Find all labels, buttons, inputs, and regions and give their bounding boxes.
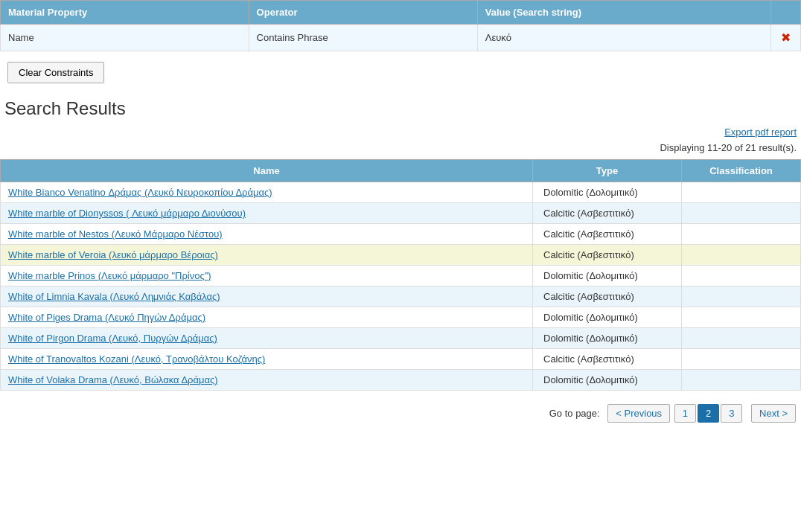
result-name-link[interactable]: White marble of Nestos (Λευκό Μάρμαρο Νέ…	[8, 228, 223, 240]
search-results-heading: Search Results	[4, 98, 797, 119]
page-button-2: 2	[698, 404, 719, 423]
result-type-cell: Dolomitic (Δολομιτικό)	[533, 266, 682, 286]
result-classification-cell	[682, 203, 801, 224]
table-row: White of Piges Drama (Λευκό Πηγών Δράμας…	[1, 307, 801, 328]
table-row: White marble of Dionyssos ( Λευκό μάρμαρ…	[1, 203, 801, 224]
result-classification-cell	[682, 307, 801, 328]
result-name-link[interactable]: White Bianco Venatino Δράμας (Λευκό Νευρ…	[8, 187, 272, 198]
constraints-header-operator: Operator	[249, 1, 477, 25]
next-button[interactable]: Next >	[751, 404, 796, 423]
result-classification-cell	[682, 224, 801, 245]
result-classification-cell	[682, 245, 801, 266]
table-row: White Bianco Venatino Δράμας (Λευκό Νευρ…	[1, 182, 801, 203]
pagination-row: Go to page: < Previous 123 Next >	[0, 400, 801, 430]
constraints-header-action	[771, 1, 801, 25]
result-type-cell: Dolomitic (Δολομιτικό)	[533, 307, 682, 328]
result-classification-cell	[682, 328, 801, 349]
result-name-cell: White marble of Veroia (λευκό μάρμαρο Βέ…	[1, 245, 533, 266]
result-name-cell: White marble of Dionyssos ( Λευκό μάρμαρ…	[1, 203, 533, 224]
result-name-cell: White of Tranovaltos Kozani (Λευκό, Τραν…	[1, 349, 533, 370]
export-row: Export pdf report	[0, 126, 801, 141]
table-row: White marble Prinos (Λευκό μάρμαρο "Πρίν…	[1, 266, 801, 286]
table-row: White of Pirgon Drama (Λευκό, Πυργών Δρά…	[1, 328, 801, 349]
result-classification-cell	[682, 370, 801, 391]
constraint-property-cell: Name	[1, 25, 249, 51]
constraint-delete-cell[interactable]: ✖	[771, 25, 801, 51]
result-name-link[interactable]: White of Limnia Kavala (Λευκό Λημνιάς Κα…	[8, 291, 220, 302]
result-classification-cell	[682, 266, 801, 286]
result-type-cell: Dolomitic (Δολομιτικό)	[533, 370, 682, 391]
table-row: White of Volaka Drama (Λευκό, Βώλακα Δρά…	[1, 370, 801, 391]
result-name-cell: White of Volaka Drama (Λευκό, Βώλακα Δρά…	[1, 370, 533, 391]
result-type-cell: Calcitic (Ασβεστιτικό)	[533, 286, 682, 307]
clear-constraints-button[interactable]: Clear Constraints	[7, 62, 104, 83]
page-button-3[interactable]: 3	[721, 404, 742, 423]
result-name-cell: White marble Prinos (Λευκό μάρμαρο "Πρίν…	[1, 266, 533, 286]
result-name-link[interactable]: White of Tranovaltos Kozani (Λευκό, Τραν…	[8, 353, 265, 365]
result-name-link[interactable]: White of Volaka Drama (Λευκό, Βώλακα Δρά…	[8, 374, 218, 385]
page-button-1[interactable]: 1	[674, 404, 696, 423]
result-type-cell: Calcitic (Ασβεστιτικό)	[533, 245, 682, 266]
result-classification-cell	[682, 182, 801, 203]
result-type-cell: Calcitic (Ασβεστιτικό)	[533, 224, 682, 245]
result-type-cell: Calcitic (Ασβεστιτικό)	[533, 203, 682, 224]
result-name-cell: White of Limnia Kavala (Λευκό Λημνιάς Κα…	[1, 286, 533, 307]
constraint-value-cell: Λευκό	[477, 25, 770, 51]
result-classification-cell	[682, 286, 801, 307]
delete-constraint-icon[interactable]: ✖	[781, 31, 791, 44]
constraint-operator-cell: Contains Phrase	[249, 25, 477, 51]
results-table: Name Type Classification White Bianco Ve…	[0, 159, 801, 391]
result-type-cell: Dolomitic (Δολομιτικό)	[533, 182, 682, 203]
result-name-link[interactable]: White marble Prinos (Λευκό μάρμαρο "Πρίν…	[8, 270, 211, 281]
constraints-header-value: Value (Search string)	[477, 1, 770, 25]
result-name-link[interactable]: White of Pirgon Drama (Λευκό, Πυργών Δρά…	[8, 333, 217, 344]
previous-button[interactable]: < Previous	[607, 404, 670, 423]
table-row: White marble of Veroia (λευκό μάρμαρο Βέ…	[1, 245, 801, 266]
go-to-page-label: Go to page:	[549, 408, 600, 419]
result-name-cell: White of Pirgon Drama (Λευκό, Πυργών Δρά…	[1, 328, 533, 349]
table-row: White marble of Nestos (Λευκό Μάρμαρο Νέ…	[1, 224, 801, 245]
result-name-link[interactable]: White of Piges Drama (Λευκό Πηγών Δράμας…	[8, 312, 205, 323]
result-name-cell: White marble of Nestos (Λευκό Μάρμαρο Νέ…	[1, 224, 533, 245]
result-name-link[interactable]: White marble of Dionyssos ( Λευκό μάρμαρ…	[8, 208, 246, 219]
constraints-header-property: Material Property	[1, 1, 249, 25]
results-header-type: Type	[533, 160, 682, 182]
result-name-cell: White of Piges Drama (Λευκό Πηγών Δράμας…	[1, 307, 533, 328]
displaying-row: Displaying 11-20 of 21 result(s).	[0, 141, 801, 159]
results-header-name: Name	[1, 160, 533, 182]
result-type-cell: Calcitic (Ασβεστιτικό)	[533, 349, 682, 370]
export-pdf-link[interactable]: Export pdf report	[724, 126, 797, 138]
result-name-cell: White Bianco Venatino Δράμας (Λευκό Νευρ…	[1, 182, 533, 203]
result-name-link[interactable]: White marble of Veroia (λευκό μάρμαρο Βέ…	[8, 249, 218, 260]
results-header-classification: Classification	[682, 160, 801, 182]
table-row: White of Tranovaltos Kozani (Λευκό, Τραν…	[1, 349, 801, 370]
table-row: White of Limnia Kavala (Λευκό Λημνιάς Κα…	[1, 286, 801, 307]
constraints-table: Material Property Operator Value (Search…	[0, 0, 801, 51]
result-classification-cell	[682, 349, 801, 370]
result-type-cell: Dolomitic (Δολομιτικό)	[533, 328, 682, 349]
